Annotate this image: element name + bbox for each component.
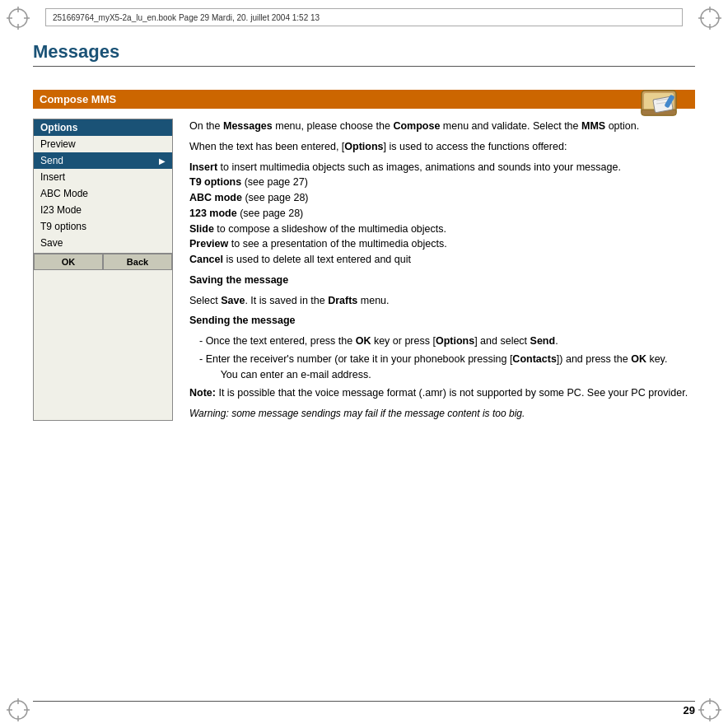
corner-mark-br [692,692,721,721]
menu-btn-ok[interactable]: OK [34,254,103,270]
sending-item-2: - Enter the receiver's number (or take i… [199,352,695,383]
menu-item-save[interactable]: Save [34,235,172,251]
sending-item-1: - Once the text entered, press the OK ke… [199,334,695,349]
para1: On the Messages menu, please choose the … [189,119,695,134]
file-info-bar: 251669764_myX5-2a_lu_en.book Page 29 Mar… [45,8,683,26]
saving-header: Saving the message [189,273,695,288]
menu-item-i23-mode[interactable]: I23 Mode [34,202,172,218]
items-intro: Insert to insert multimedia objects such… [189,160,695,268]
main-content: Messages Compose MMS Options Preview Sen… [33,41,695,695]
menu-item-preview[interactable]: Preview [34,136,172,152]
file-info-text: 251669764_myX5-2a_lu_en.book Page 29 Mar… [53,13,320,22]
page-number: 29 [684,704,695,716]
menu-item-abc-mode[interactable]: ABC Mode [34,185,172,202]
corner-mark-bl [7,692,36,721]
para2: When the text has been entered, [Options… [189,139,695,155]
text-content: On the Messages menu, please choose the … [189,119,695,421]
menu-btn-back[interactable]: Back [103,254,172,270]
content-row: Options Preview Send Insert ABC Mode I23… [33,119,695,421]
menu-item-send[interactable]: Send [34,152,172,169]
menu-header: Options [34,119,172,136]
saving-text: Select Save. It is saved in the Drafts m… [189,293,695,309]
phone-icon [637,86,695,132]
bottom-line [33,701,695,702]
menu-item-insert[interactable]: Insert [34,169,172,185]
corner-mark-tl [7,7,36,36]
warning-text: Warning: some message sendings may fail … [189,406,695,421]
sending-list: - Once the text entered, press the OK ke… [199,334,695,382]
page-title: Messages [33,41,695,67]
menu-item-t9-options[interactable]: T9 options [34,218,172,235]
sending-header: Sending the message [189,313,695,329]
section-header: Compose MMS [33,90,695,109]
phone-menu: Options Preview Send Insert ABC Mode I23… [33,119,173,421]
corner-mark-tr [692,7,721,36]
menu-footer: OK Back [34,253,172,270]
note-text: Note: It is possible that the voice mess… [189,385,695,401]
